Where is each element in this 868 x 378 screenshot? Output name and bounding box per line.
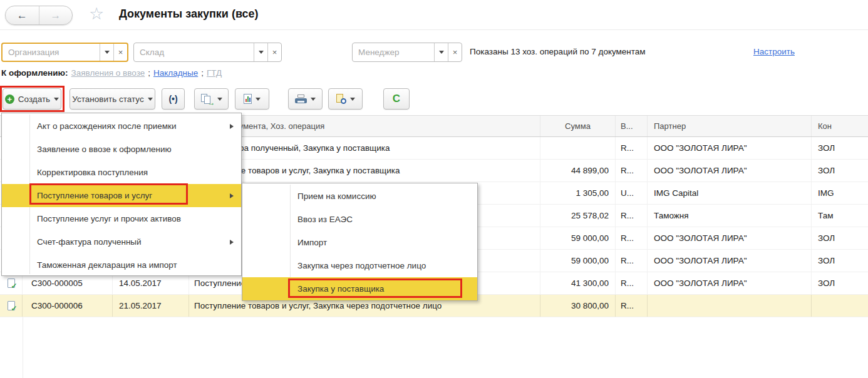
- close-icon: ×: [272, 48, 277, 57]
- column-header-sum[interactable]: Сумма: [540, 116, 616, 136]
- submenu-arrow-icon: [230, 124, 234, 129]
- menu-item-label: Поступление услуг и прочих активов: [37, 214, 181, 223]
- list-summary-text: Показаны 13 хоз. операций по 7 документа…: [470, 47, 646, 56]
- configure-link[interactable]: Настроить: [753, 47, 795, 56]
- to-process-row: К оформлению: Заявления о ввозе ; Наклад…: [1, 68, 222, 78]
- manager-input[interactable]: Менеджер: [353, 43, 434, 61]
- warehouse-filter[interactable]: Склад ×: [133, 43, 282, 62]
- check-icon: ✓: [11, 282, 17, 290]
- refresh-icon: C: [393, 93, 400, 105]
- menu-item-label: Импорт: [297, 238, 327, 247]
- submenu-arrow-icon: [230, 193, 234, 198]
- warehouse-input[interactable]: Склад: [134, 43, 254, 61]
- set-status-label: Установить статус: [72, 94, 143, 104]
- back-button[interactable]: ←: [6, 6, 39, 24]
- reports-button[interactable]: [235, 88, 269, 110]
- chevron-down-icon: [105, 51, 110, 54]
- chevron-down-icon: [54, 98, 59, 101]
- menu-item-label: Ввоз из ЕАЭС: [297, 215, 353, 224]
- menu-item-label: Поступление товаров и услуг: [37, 191, 152, 200]
- manager-clear-button[interactable]: ×: [448, 43, 462, 61]
- import-applications-link[interactable]: Заявления о ввозе: [71, 68, 145, 78]
- refresh-button[interactable]: C: [383, 88, 410, 110]
- grid-column-divider: [23, 317, 23, 378]
- chevron-down-icon: [439, 51, 444, 54]
- chevron-down-icon: [259, 51, 264, 54]
- posted-document-icon: ✓: [8, 301, 15, 310]
- chevron-down-icon: [311, 98, 316, 101]
- menu-item-label: Корректировка поступления: [37, 168, 148, 177]
- submenu-item-import[interactable]: Импорт: [242, 231, 477, 254]
- menu-item-label: Акт о расхождениях после приемки: [37, 121, 177, 131]
- menu-item-goods-services-receipt[interactable]: Поступление товаров и услуг: [2, 184, 241, 207]
- menu-item-label: Заявление о ввозе к оформлению: [37, 145, 172, 154]
- plus-icon: +: [5, 94, 14, 104]
- organization-dropdown-button[interactable]: [100, 44, 113, 61]
- separator: ;: [201, 68, 204, 78]
- submenu-item-accountable-person[interactable]: Закупка через подотчетное лицо: [242, 254, 477, 277]
- chevron-down-icon: [256, 98, 261, 101]
- manager-dropdown-button[interactable]: [434, 43, 448, 61]
- organization-filter[interactable]: Организация ×: [1, 43, 128, 62]
- column-header-partner[interactable]: Партнер: [648, 116, 812, 136]
- scheduled-docs-button[interactable]: [328, 88, 363, 110]
- menu-item-label: Закупка у поставщика: [297, 284, 384, 294]
- warehouse-dropdown-button[interactable]: [254, 43, 267, 61]
- create-button[interactable]: + Создать: [3, 88, 61, 110]
- menu-item-services-other-assets[interactable]: Поступление услуг и прочих активов: [2, 207, 241, 230]
- chevron-down-icon: [148, 98, 153, 101]
- check-icon: ✓: [11, 305, 17, 312]
- column-header-contractor[interactable]: Кон: [812, 116, 868, 136]
- waybills-link[interactable]: Накладные: [153, 68, 198, 78]
- page-title: Документы закупки (все): [119, 8, 259, 21]
- print-button[interactable]: [288, 88, 323, 110]
- manager-filter[interactable]: Менеджер ×: [352, 43, 462, 62]
- favorite-star-icon[interactable]: ☆: [89, 4, 104, 24]
- nav-button-group: ← →: [5, 6, 73, 25]
- forward-arrow-icon: →: [50, 9, 61, 22]
- submenu-item-commission[interactable]: Прием на комиссию: [242, 185, 477, 208]
- chevron-down-icon: [217, 98, 222, 101]
- create-based-on-icon: →: [201, 94, 214, 105]
- related-documents-button[interactable]: (•): [162, 88, 185, 110]
- green-arrow-icon: →: [208, 99, 215, 106]
- to-process-label: К оформлению:: [1, 68, 68, 78]
- menu-item-discrepancy-act[interactable]: Акт о расхождениях после приемки: [2, 115, 241, 138]
- document-clock-icon: [336, 94, 346, 104]
- close-icon: ×: [453, 48, 458, 57]
- header-divider: [0, 29, 868, 30]
- submenu-item-eaeu-import[interactable]: Ввоз из ЕАЭС: [242, 208, 477, 231]
- goods-receipt-submenu: Прием на комиссию Ввоз из ЕАЭС Импорт За…: [242, 183, 478, 301]
- menu-item-invoice-received[interactable]: Счет-фактура полученный: [2, 230, 241, 253]
- warehouse-clear-button[interactable]: ×: [267, 43, 281, 61]
- posted-document-icon: ✓: [8, 278, 15, 288]
- menu-item-label: Прием на комиссию: [297, 192, 376, 201]
- related-documents-icon: (•): [168, 94, 177, 104]
- submenu-arrow-icon: [230, 240, 234, 245]
- organization-clear-button[interactable]: ×: [113, 44, 127, 61]
- forward-button[interactable]: →: [39, 6, 73, 24]
- purchase-documents-window: ← → ☆ Документы закупки (все) Организаци…: [0, 0, 868, 378]
- report-chart-icon: [244, 94, 252, 104]
- menu-item-label: Закупка через подотчетное лицо: [297, 261, 426, 270]
- create-based-on-button[interactable]: →: [194, 88, 229, 110]
- menu-item-label: Счет-фактура полученный: [37, 237, 142, 247]
- column-header-operation[interactable]: Вид документа, Хоз. операция: [189, 116, 540, 136]
- submenu-item-supplier-purchase[interactable]: Закупка у поставщика: [242, 277, 477, 300]
- menu-item-import-application[interactable]: Заявление о ввозе к оформлению: [2, 138, 241, 161]
- create-dropdown-menu: Акт о расхождениях после приемки Заявлен…: [1, 113, 242, 276]
- chevron-down-icon: [350, 98, 355, 101]
- menu-item-receipt-correction[interactable]: Корректировка поступления: [2, 161, 241, 184]
- separator: ;: [148, 68, 150, 78]
- set-status-button[interactable]: Установить статус: [70, 88, 155, 110]
- column-header-currency[interactable]: В...: [616, 116, 648, 136]
- printer-icon: [295, 94, 307, 104]
- menu-item-label: Таможенная декларация на импорт: [37, 260, 177, 270]
- close-icon: ×: [118, 48, 123, 57]
- create-button-label: Создать: [18, 94, 50, 104]
- organization-input[interactable]: Организация: [3, 44, 100, 61]
- back-arrow-icon: ←: [17, 9, 28, 22]
- menu-item-customs-declaration[interactable]: Таможенная декларация на импорт: [2, 253, 241, 277]
- gtd-link[interactable]: ГТД: [207, 68, 222, 78]
